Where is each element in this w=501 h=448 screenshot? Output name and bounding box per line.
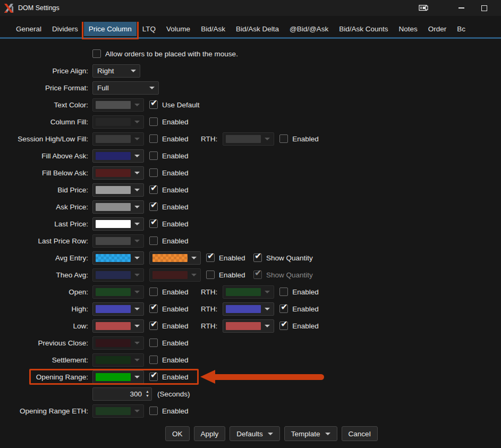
opening-range-eth-color-select-0[interactable] — [92, 404, 144, 418]
spinner-down-icon[interactable]: ▼ — [146, 394, 149, 398]
enabled-checkbox[interactable]: ✔ — [149, 288, 158, 296]
row-label: Fill Above Ask: — [0, 152, 92, 160]
chevron-down-icon — [134, 104, 140, 106]
row-label: Price Align: — [0, 67, 92, 75]
checkbox-label: Enabled — [292, 305, 321, 313]
number-value: 300 — [130, 390, 142, 398]
row-label: Settlement: — [0, 356, 92, 364]
text-color-color-select-0[interactable] — [92, 98, 144, 112]
row-label: Theo Avg: — [0, 271, 92, 279]
theo-avg-color-select-0[interactable] — [92, 268, 144, 282]
tab-bid-ask[interactable]: @Bid/@Ask — [285, 22, 333, 36]
maximize-button[interactable] — [477, 0, 491, 16]
open-color-select-3[interactable] — [223, 285, 274, 299]
checkbox-label: Allow orders to be placed with the mouse… — [105, 50, 238, 58]
window-title: DOM Settings — [18, 4, 60, 12]
chevron-down-icon — [134, 223, 140, 225]
price-format-select[interactable]: Full — [92, 81, 159, 95]
enabled-checkbox[interactable]: ✔ — [149, 151, 158, 160]
low-color-select-3[interactable] — [223, 319, 274, 333]
chevron-down-icon — [268, 433, 273, 435]
enabled-checkbox[interactable]: ✔ — [149, 219, 158, 228]
chevron-down-icon — [134, 240, 140, 242]
allow-orders-to-be-placed-with-the-mouse-checkbox[interactable]: ✔ — [92, 49, 101, 58]
tab-volume[interactable]: Volume — [162, 22, 195, 36]
enabled-checkbox[interactable]: ✔ — [279, 305, 288, 313]
tab-dividers[interactable]: Dividers — [47, 22, 83, 36]
previous-close-color-select-0[interactable] — [92, 336, 144, 350]
tab-bc[interactable]: Bc — [452, 22, 470, 36]
row-text-color: Text Color:✔Use Default — [0, 96, 501, 113]
theo-avg-color-select-1[interactable] — [149, 268, 201, 282]
checkbox-label: Enabled — [162, 118, 191, 126]
column-fill-color-select-0[interactable] — [92, 115, 144, 129]
color-swatch — [96, 237, 131, 245]
enabled-checkbox[interactable]: ✔ — [206, 253, 215, 262]
fill-above-ask-color-select-0[interactable] — [92, 149, 144, 163]
spinner-up-icon[interactable]: ▲ — [146, 390, 149, 394]
tab-ltq[interactable]: LTQ — [138, 22, 160, 36]
enabled-checkbox[interactable]: ✔ — [149, 202, 158, 211]
high-color-select-3[interactable] — [223, 302, 274, 316]
color-swatch — [96, 305, 131, 313]
chevron-down-icon — [134, 121, 140, 123]
open-color-select-0[interactable] — [92, 285, 144, 299]
enabled-checkbox[interactable]: ✔ — [149, 236, 158, 245]
row-fill-below-ask: Fill Below Ask:✔Enabled — [0, 164, 501, 181]
tab-price-column[interactable]: Price Column — [84, 22, 137, 36]
template-button[interactable]: Template — [284, 426, 337, 441]
low-color-select-0[interactable] — [92, 319, 144, 333]
session-high-low-fill-color-select-0[interactable] — [92, 132, 144, 146]
enabled-checkbox[interactable]: ✔ — [149, 117, 158, 126]
show-quantity-checkbox[interactable]: ✔ — [253, 271, 262, 279]
enabled-checkbox[interactable]: ✔ — [279, 134, 288, 143]
enabled-checkbox[interactable]: ✔ — [149, 168, 158, 177]
bid-price-color-select-0[interactable] — [92, 183, 144, 197]
enabled-checkbox[interactable]: ✔ — [149, 185, 158, 194]
use-default-checkbox[interactable]: ✔ — [149, 100, 158, 109]
row-high: High:✔EnabledRTH:✔Enabled — [0, 300, 501, 317]
enabled-checkbox[interactable]: ✔ — [279, 288, 288, 296]
last-price-row-color-select-0[interactable] — [92, 234, 144, 248]
minimize-button[interactable] — [454, 0, 469, 16]
tab-bid-ask-counts[interactable]: Bid/Ask Counts — [334, 22, 393, 36]
enabled-checkbox[interactable]: ✔ — [206, 271, 215, 279]
tab-bid-ask[interactable]: Bid/Ask — [196, 22, 230, 36]
dock-panel-icon[interactable] — [416, 0, 431, 16]
cancel-button[interactable]: Cancel — [342, 426, 378, 441]
defaults-button[interactable]: Defaults — [230, 426, 280, 441]
opening-range-seconds-input[interactable]: 300▲▼ — [92, 387, 152, 401]
high-color-select-0[interactable] — [92, 302, 144, 316]
last-price-color-select-0[interactable] — [92, 217, 144, 231]
enabled-checkbox[interactable]: ✔ — [149, 134, 158, 143]
color-swatch — [96, 339, 131, 347]
price-align-select[interactable]: Right — [92, 64, 140, 78]
tab-label: Bid/Ask Counts — [339, 25, 388, 33]
settlement-color-select-0[interactable] — [92, 353, 144, 367]
chevron-down-icon — [265, 138, 270, 140]
avg-entry-color-select-0[interactable] — [92, 251, 144, 265]
check-icon: ✔ — [207, 251, 214, 261]
enabled-checkbox[interactable]: ✔ — [279, 322, 288, 330]
enabled-checkbox[interactable]: ✔ — [149, 356, 158, 364]
checkbox-label: Enabled — [219, 254, 248, 262]
enabled-checkbox[interactable]: ✔ — [149, 339, 158, 347]
tab-bid-ask-delta[interactable]: Bid/Ask Delta — [231, 22, 284, 36]
tab-order[interactable]: Order — [423, 22, 452, 36]
avg-entry-color-select-1[interactable] — [149, 251, 201, 265]
apply-button[interactable]: Apply — [194, 426, 226, 441]
tab-label: LTQ — [142, 25, 156, 33]
ok-button[interactable]: OK — [165, 426, 190, 441]
ask-price-color-select-0[interactable] — [92, 200, 144, 214]
opening-range-color-select-0[interactable] — [92, 370, 144, 384]
tab-general[interactable]: General — [11, 22, 46, 36]
enabled-checkbox[interactable]: ✔ — [149, 373, 158, 381]
session-high-low-fill-color-select-3[interactable] — [223, 132, 274, 146]
enabled-checkbox[interactable]: ✔ — [149, 322, 158, 330]
row-column-fill: Column Fill:✔Enabled — [0, 113, 501, 130]
enabled-checkbox[interactable]: ✔ — [149, 407, 158, 415]
enabled-checkbox[interactable]: ✔ — [149, 305, 158, 313]
fill-below-ask-color-select-0[interactable] — [92, 166, 144, 180]
show-quantity-checkbox[interactable]: ✔ — [253, 253, 262, 262]
tab-notes[interactable]: Notes — [394, 22, 422, 36]
